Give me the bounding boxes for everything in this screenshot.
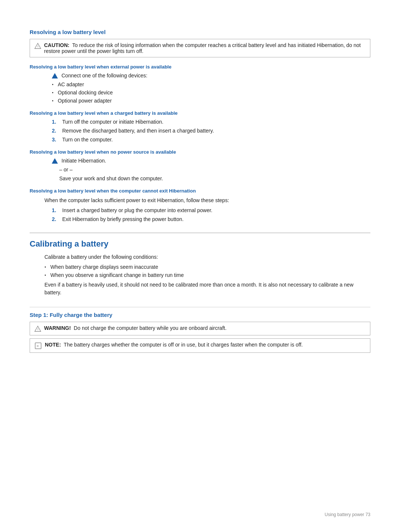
note-content: NOTE: The battery charges whether the co…: [45, 342, 303, 348]
sub4-body: When the computer lacks sufficient power…: [44, 197, 370, 204]
list-item: AC adapter: [52, 81, 370, 87]
calibrating-body2: Even if a battery is heavily used, it sh…: [44, 281, 370, 297]
sub3-warn-text: Initiate Hibernation.: [61, 158, 106, 164]
sub1-connect-text: Connect one of the following devices:: [61, 73, 147, 78]
sub1-bullet-list: AC adapter Optional docking device Optio…: [52, 81, 370, 104]
list-item: When you observe a significant change in…: [44, 272, 370, 278]
warning-text: Do not charge the computer battery while…: [74, 325, 226, 331]
caution-text: To reduce the risk of losing information…: [44, 42, 361, 54]
list-item: 2.Remove the discharged battery, and the…: [52, 128, 370, 134]
sub3-save: Save your work and shut down the compute…: [59, 175, 370, 181]
warning-content: WARNING! Do not charge the computer batt…: [44, 325, 227, 331]
list-item: 1.Insert a charged battery or plug the c…: [52, 207, 370, 213]
list-item: When battery charge displays seem inaccu…: [44, 264, 370, 270]
warning-label: WARNING!: [44, 325, 71, 331]
sub2-numbered-list: 1.Turn off the computer or initiate Hibe…: [52, 119, 370, 143]
step1-title: Step 1: Fully charge the battery: [30, 312, 370, 318]
sub1-triangle-icon: [52, 73, 58, 78]
svg-text:!: !: [37, 45, 39, 48]
caution-label: CAUTION:: [44, 42, 69, 48]
sub3-or: – or –: [59, 167, 370, 173]
note-icon: ≡: [34, 342, 42, 349]
note-text: The battery charges whether the computer…: [64, 342, 303, 348]
calibrating-body: Calibrate a battery under the following …: [44, 253, 370, 261]
caution-box: ! CAUTION: To reduce the risk of losing …: [30, 39, 370, 57]
sub2-title: Resolving a low battery level when a cha…: [30, 110, 370, 116]
sub3-warn-item: Initiate Hibernation.: [52, 158, 370, 164]
svg-text:!: !: [37, 328, 39, 331]
sub1-title: Resolving a low battery level when exter…: [30, 64, 370, 70]
list-item: 1.Turn off the computer or initiate Hibe…: [52, 119, 370, 125]
calibrating-title: Calibrating a battery: [30, 232, 370, 249]
sub4-numbered-list: 1.Insert a charged battery or plug the c…: [52, 207, 370, 222]
note-label: NOTE:: [45, 342, 61, 348]
calibrating-bullet-list: When battery charge displays seem inaccu…: [44, 264, 370, 278]
note-box: ≡ NOTE: The battery charges whether the …: [30, 338, 370, 353]
list-item: 3.Turn on the computer.: [52, 137, 370, 143]
warning-box: ! WARNING! Do not charge the computer ba…: [30, 322, 370, 335]
sub4-title: Resolving a low battery level when the c…: [30, 188, 370, 194]
svg-text:≡: ≡: [37, 344, 39, 348]
footer-text: Using battery power 73: [325, 512, 370, 517]
caution-triangle-icon: !: [34, 43, 41, 49]
list-item: Optional docking device: [52, 90, 370, 96]
sub3-triangle-icon: [52, 158, 58, 164]
sub3-title: Resolving a low battery level when no po…: [30, 149, 370, 155]
resolving-title: Resolving a low battery level: [30, 29, 370, 35]
warning-triangle-icon: !: [34, 325, 41, 332]
list-item: Optional power adapter: [52, 98, 370, 104]
list-item: 2.Exit Hibernation by briefly pressing t…: [52, 216, 370, 222]
caution-content: CAUTION: To reduce the risk of losing in…: [44, 42, 366, 54]
sub1-connect-item: Connect one of the following devices:: [52, 73, 370, 78]
